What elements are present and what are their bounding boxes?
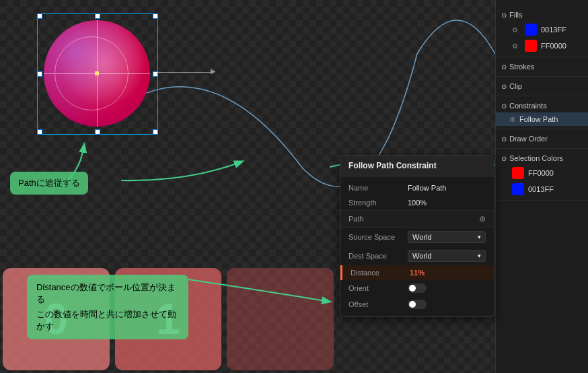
handle-bm[interactable] xyxy=(95,129,100,135)
path-annotation-box: Pathに追従する xyxy=(10,172,88,195)
fills-section: ⊙ Fills ⚙ 0013FF ⚙ FF0000 xyxy=(496,5,588,57)
cp-dest-space-select[interactable]: World ▾ xyxy=(408,250,486,262)
chevron-down-icon-2: ▾ xyxy=(478,252,481,259)
cp-name-label: Name xyxy=(348,184,402,192)
handle-br[interactable] xyxy=(153,129,158,135)
cp-path-label: Path xyxy=(348,215,479,223)
fills-label: Fills xyxy=(509,11,523,19)
extend-arrow xyxy=(157,72,211,73)
handle-tm[interactable] xyxy=(95,13,100,19)
cp-offset-label: Offset xyxy=(348,300,402,308)
cp-orient-row: Orient xyxy=(340,280,494,296)
cp-offset-row: Offset xyxy=(340,296,494,312)
draw-order-label: Draw Order xyxy=(509,135,548,143)
follow-path-label: Follow Path xyxy=(519,115,558,123)
fills-hex-1: FF0000 xyxy=(541,42,566,50)
fills-hex-0: 0013FF xyxy=(541,26,566,34)
strokes-section: ⊙ Strokes xyxy=(496,57,588,77)
cp-dest-space-value: World xyxy=(412,252,432,260)
ball-circle xyxy=(44,20,150,127)
constraints-chevron: ⊙ xyxy=(501,102,507,110)
constraint-panel-body: Name Follow Path Strength 100% Path ⊕ So… xyxy=(340,176,494,316)
selection-colors-label: Selection Colors xyxy=(509,154,563,162)
ball-inner-circle xyxy=(54,36,128,110)
cp-strength-row: Strength 100% xyxy=(340,195,494,210)
clip-label: Clip xyxy=(509,82,522,90)
cp-offset-toggle[interactable] xyxy=(408,300,427,309)
constraints-label: Constraints xyxy=(509,102,547,110)
selection-swatch-0 xyxy=(512,167,524,179)
cp-distance-value: 11% xyxy=(410,269,486,277)
cp-strength-value: 100% xyxy=(408,199,486,207)
path-annotation-text: Pathに追従する xyxy=(18,178,80,188)
cp-name-row: Name Follow Path xyxy=(340,180,494,195)
handle-tl[interactable] xyxy=(37,13,42,19)
ball-container xyxy=(37,13,158,135)
right-panel: ⊙ Fills ⚙ 0013FF ⚙ FF0000 ⊙ Strokes ⊙ Cl… xyxy=(495,0,588,373)
cp-source-space-select[interactable]: World ▾ xyxy=(408,231,486,243)
fills-color-row-0[interactable]: ⚙ 0013FF xyxy=(496,22,588,38)
cp-strength-label: Strength xyxy=(348,199,402,207)
distance-annotation-line1: Distanceの数値でボール位置が決まる xyxy=(36,281,179,306)
constraints-section: ⊙ Constraints ⚙ Follow Path xyxy=(496,96,588,129)
selection-colors-header[interactable]: ⊙ Selection Colors xyxy=(496,151,588,165)
cp-distance-label: Distance xyxy=(351,269,404,277)
cp-orient-toggle[interactable] xyxy=(408,283,427,293)
cp-distance-row[interactable]: Distance 11% xyxy=(340,265,494,280)
number-box-empty xyxy=(227,268,334,370)
distance-annotation-box: Distanceの数値でボール位置が決まる この数値を時間と共に増加させて動かす xyxy=(27,275,188,339)
fills-header[interactable]: ⊙ Fills xyxy=(496,8,588,22)
cp-dest-space-row: Dest Space World ▾ xyxy=(340,246,494,265)
clip-chevron: ⊙ xyxy=(501,83,507,90)
draw-order-section: ⊙ Draw Order xyxy=(496,129,588,149)
constraint-panel: Follow Path Constraint Name Follow Path … xyxy=(340,155,494,317)
fills-swatch-1 xyxy=(525,40,537,52)
constraint-panel-header: Follow Path Constraint xyxy=(340,156,494,176)
settings-icon-1: ⚙ xyxy=(512,42,518,50)
constraint-icon: ⚙ xyxy=(509,116,515,123)
cp-orient-label: Orient xyxy=(348,284,402,292)
strokes-header[interactable]: ⊙ Strokes xyxy=(496,60,588,73)
cp-source-space-value: World xyxy=(412,233,432,241)
cp-name-value: Follow Path xyxy=(408,184,486,192)
strokes-chevron: ⊙ xyxy=(501,63,507,71)
selection-colors-chevron: ⊙ xyxy=(501,155,507,162)
fills-chevron: ⊙ xyxy=(501,11,507,19)
strokes-label: Strokes xyxy=(509,63,534,71)
constraints-header[interactable]: ⊙ Constraints xyxy=(496,99,588,112)
clip-header[interactable]: ⊙ Clip xyxy=(496,79,588,93)
fills-color-row-1[interactable]: ⚙ FF0000 xyxy=(496,38,588,54)
cp-source-space-label: Source Space xyxy=(348,233,402,241)
ball-center-dot xyxy=(95,71,99,75)
follow-path-constraint-row[interactable]: ⚙ Follow Path xyxy=(496,112,588,126)
fills-swatch-0 xyxy=(525,24,537,36)
handle-tr[interactable] xyxy=(153,13,158,19)
cp-path-row[interactable]: Path ⊕ xyxy=(340,210,494,228)
cp-source-space-row: Source Space World ▾ xyxy=(340,228,494,246)
cp-path-target-icon: ⊕ xyxy=(479,214,486,224)
settings-icon-0: ⚙ xyxy=(512,26,518,34)
selection-hex-0: FF0000 xyxy=(528,169,554,177)
selection-swatch-1 xyxy=(512,183,524,195)
selection-color-row-0[interactable]: FF0000 xyxy=(496,165,588,181)
selection-color-row-1[interactable]: 0013FF xyxy=(496,181,588,197)
selection-hex-1: 0013FF xyxy=(528,185,554,193)
cp-dest-space-label: Dest Space xyxy=(348,252,402,260)
handle-ml[interactable] xyxy=(37,71,42,77)
chevron-down-icon: ▾ xyxy=(478,234,481,240)
selection-colors-section: ⊙ Selection Colors FF0000 0013FF xyxy=(496,149,588,201)
clip-section: ⊙ Clip xyxy=(496,77,588,96)
draw-order-chevron: ⊙ xyxy=(501,135,507,143)
handle-bl[interactable] xyxy=(37,129,42,135)
distance-annotation-line2: この数値を時間と共に増加させて動かす xyxy=(36,308,179,333)
draw-order-header[interactable]: ⊙ Draw Order xyxy=(496,132,588,145)
